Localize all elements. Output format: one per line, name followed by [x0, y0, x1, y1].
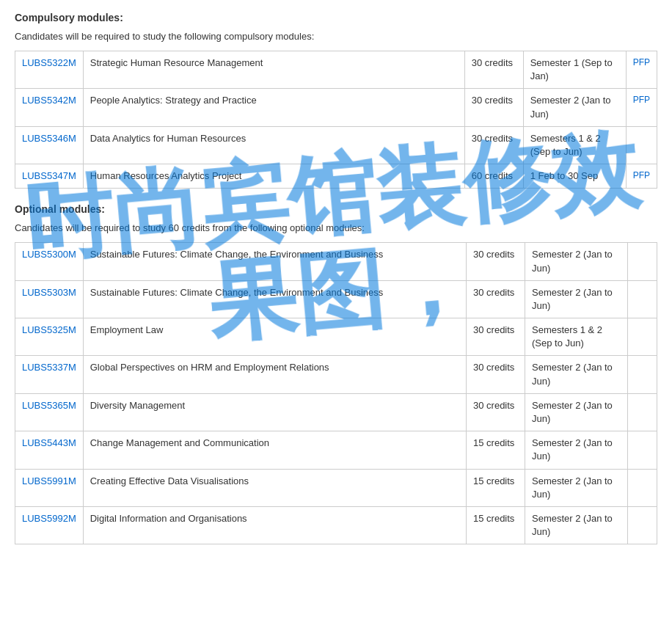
- table-row: LUBS5365MDiversity Management30 creditsS…: [15, 393, 657, 431]
- module-code-link[interactable]: LUBS5346M: [22, 133, 76, 144]
- module-semester: Semesters 1 & 2 (Sep to Jun): [525, 318, 628, 356]
- module-semester: Semester 2 (Jan to Jun): [525, 280, 628, 318]
- module-name: Sustainable Futures: Climate Change, the…: [83, 280, 466, 318]
- optional-table: LUBS5300MSustainable Futures: Climate Ch…: [15, 242, 657, 544]
- table-row: LUBS5347MHuman Resources Analytics Proje…: [15, 164, 657, 189]
- module-code-link[interactable]: LUBS5365M: [22, 400, 76, 411]
- module-pfp-badge: [628, 243, 657, 280]
- module-pfp-badge: PFP: [626, 164, 657, 189]
- optional-description: Candidates will be required to study 60 …: [15, 222, 657, 233]
- module-code-link[interactable]: LUBS5991M: [22, 475, 76, 486]
- module-code-link[interactable]: LUBS5347M: [22, 170, 76, 181]
- module-code-link[interactable]: LUBS5992M: [22, 513, 76, 524]
- table-row: LUBS5443MChange Management and Communica…: [15, 431, 657, 469]
- module-code-link[interactable]: LUBS5443M: [22, 437, 76, 448]
- module-code-link[interactable]: LUBS5342M: [22, 95, 76, 106]
- module-name: Change Management and Communication: [83, 431, 466, 469]
- compulsory-description: Candidates will be required to study the…: [15, 31, 657, 42]
- module-credits: 15 credits: [467, 506, 525, 544]
- module-semester: Semester 2 (Jan to Jun): [525, 506, 628, 544]
- module-semester: Semester 1 (Sep to Jan): [523, 51, 626, 89]
- module-pfp-badge: [626, 126, 657, 164]
- module-credits: 30 credits: [467, 243, 525, 280]
- module-credits: 30 credits: [467, 393, 525, 431]
- module-credits: 15 credits: [467, 469, 525, 506]
- module-code-link[interactable]: LUBS5322M: [22, 57, 76, 68]
- module-semester: Semester 2 (Jan to Jun): [525, 393, 628, 431]
- module-credits: 30 credits: [467, 356, 525, 393]
- module-code-link[interactable]: LUBS5337M: [22, 362, 76, 373]
- module-pfp-badge: [628, 506, 657, 544]
- compulsory-heading: Compulsory modules:: [15, 12, 657, 23]
- module-code-link[interactable]: LUBS5325M: [22, 324, 76, 335]
- module-name: Creating Effective Data Visualisations: [83, 469, 466, 506]
- module-pfp-badge: [628, 393, 657, 431]
- module-pfp-badge: PFP: [626, 51, 657, 89]
- module-name: Human Resources Analytics Project: [83, 164, 464, 189]
- optional-heading: Optional modules:: [15, 203, 657, 215]
- table-row: LUBS5992MDigital Information and Organis…: [15, 506, 657, 544]
- module-credits: 30 credits: [467, 318, 525, 356]
- table-row: LUBS5303MSustainable Futures: Climate Ch…: [15, 280, 657, 318]
- module-semester: Semester 2 (Jan to Jun): [525, 356, 628, 393]
- table-row: LUBS5322MStrategic Human Resource Manage…: [15, 51, 657, 89]
- module-name: Global Perspectives on HRM and Employmen…: [83, 356, 466, 393]
- module-semester: Semester 2 (Jan to Jun): [523, 89, 626, 126]
- module-name: Sustainable Futures: Climate Change, the…: [83, 243, 466, 280]
- module-name: Employment Law: [83, 318, 466, 356]
- module-semester: Semester 2 (Jan to Jun): [525, 431, 628, 469]
- module-pfp-badge: PFP: [626, 89, 657, 126]
- module-pfp-badge: [628, 356, 657, 393]
- table-row: LUBS5342MPeople Analytics: Strategy and …: [15, 89, 657, 126]
- module-credits: 30 credits: [464, 51, 523, 89]
- module-pfp-badge: [628, 431, 657, 469]
- module-pfp-badge: [628, 469, 657, 506]
- table-row: LUBS5337MGlobal Perspectives on HRM and …: [15, 356, 657, 393]
- module-pfp-badge: [628, 318, 657, 356]
- module-semester: Semester 2 (Jan to Jun): [525, 243, 628, 280]
- module-semester: Semesters 1 & 2 (Sep to Jun): [523, 126, 626, 164]
- module-name: Diversity Management: [83, 393, 466, 431]
- module-credits: 30 credits: [464, 126, 523, 164]
- module-name: People Analytics: Strategy and Practice: [83, 89, 464, 126]
- module-name: Digital Information and Organisations: [83, 506, 466, 544]
- module-code-link[interactable]: LUBS5300M: [22, 249, 76, 260]
- module-credits: 30 credits: [464, 89, 523, 126]
- module-pfp-badge: [628, 280, 657, 318]
- module-code-link[interactable]: LUBS5303M: [22, 287, 76, 298]
- module-semester: Semester 2 (Jan to Jun): [525, 469, 628, 506]
- table-row: LUBS5346MData Analytics for Human Resour…: [15, 126, 657, 164]
- module-name: Data Analytics for Human Resources: [83, 126, 464, 164]
- module-name: Strategic Human Resource Management: [83, 51, 464, 89]
- module-semester: 1 Feb to 30 Sep: [523, 164, 626, 189]
- table-row: LUBS5991MCreating Effective Data Visuali…: [15, 469, 657, 506]
- module-credits: 30 credits: [467, 280, 525, 318]
- module-credits: 15 credits: [467, 431, 525, 469]
- module-credits: 60 credits: [464, 164, 523, 189]
- table-row: LUBS5300MSustainable Futures: Climate Ch…: [15, 243, 657, 280]
- table-row: LUBS5325MEmployment Law30 creditsSemeste…: [15, 318, 657, 356]
- compulsory-table: LUBS5322MStrategic Human Resource Manage…: [15, 51, 657, 189]
